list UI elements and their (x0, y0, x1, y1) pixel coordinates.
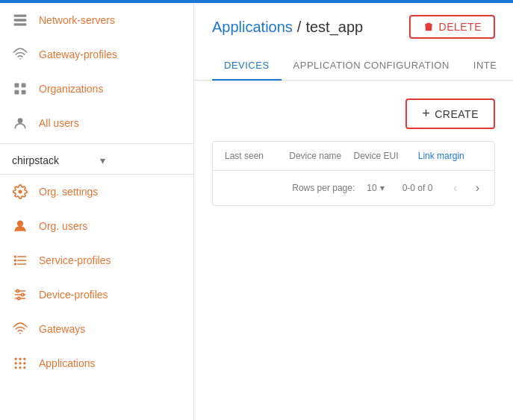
create-plus-icon: + (422, 106, 430, 122)
svg-point-30 (15, 366, 17, 369)
chevron-down-icon: ▾ (100, 154, 182, 166)
wifi-org-icon (12, 321, 28, 337)
sidebar-divider (0, 143, 193, 144)
org-name: chirpstack (12, 154, 94, 166)
col-device-eui: Device EUI (354, 151, 418, 161)
svg-point-11 (18, 221, 23, 226)
servers-icon (12, 12, 28, 28)
sidebar-label-gateways: Gateways (39, 323, 85, 335)
rows-per-page-value: 10 (367, 183, 376, 193)
svg-rect-7 (22, 84, 26, 88)
sidebar-label-org-users: Org. users (39, 220, 87, 232)
sidebar-item-network-servers[interactable]: Network-servers (0, 3, 193, 37)
grid-icon (12, 81, 28, 97)
table-header-row: Last seen Device name Device EUI Link ma… (213, 142, 494, 171)
svg-point-26 (23, 358, 25, 360)
tabs-bar: DEVICES APPLICATION CONFIGURATION INTE (194, 51, 513, 81)
breadcrumb-applications-link[interactable]: Applications (212, 19, 293, 36)
org-selector[interactable]: chirpstack ▾ (0, 147, 193, 175)
page-info: 0-0 of 0 (402, 183, 433, 193)
svg-rect-9 (22, 90, 26, 95)
sidebar-label-org-settings: Org. settings (39, 186, 98, 198)
svg-point-31 (19, 366, 21, 369)
table-footer: Rows per page: 10 ▾ 0-0 of 0 ‹ › (213, 171, 494, 205)
main-body: + CREATE Last seen Device name Device EU… (194, 81, 513, 420)
next-page-button[interactable]: › (473, 178, 482, 198)
sidebar-item-applications[interactable]: Applications (0, 346, 193, 380)
person-icon (12, 218, 28, 234)
svg-rect-6 (15, 84, 19, 88)
sidebar-label-service-profiles: Service-profiles (39, 254, 111, 266)
rows-per-page-select[interactable]: 10 ▾ (367, 183, 384, 193)
svg-point-24 (15, 358, 17, 360)
svg-rect-8 (15, 90, 19, 95)
svg-point-17 (15, 263, 16, 265)
svg-point-3 (24, 15, 25, 16)
list-icon (12, 252, 28, 269)
sidebar-item-org-settings[interactable]: Org. settings (0, 175, 193, 209)
sliders-icon (12, 286, 28, 303)
col-link-margin: Link margin (418, 151, 482, 161)
svg-point-10 (18, 118, 23, 123)
sidebar-label-network-servers: Network-servers (39, 14, 115, 26)
sidebar-item-gateways[interactable]: Gateways (0, 312, 193, 346)
trash-icon (423, 21, 435, 33)
svg-point-16 (15, 260, 16, 261)
svg-point-21 (16, 289, 19, 292)
svg-point-4 (24, 19, 25, 21)
sidebar: Network-servers Gateway-profiles Organiz… (0, 3, 194, 420)
delete-button-label: DELETE (439, 21, 482, 33)
sidebar-item-service-profiles[interactable]: Service-profiles (0, 243, 193, 278)
gear-icon (12, 184, 28, 200)
sidebar-item-all-users[interactable]: All users (0, 106, 193, 140)
rows-dropdown-icon: ▾ (380, 183, 385, 193)
svg-point-5 (24, 24, 25, 25)
layout: Network-servers Gateway-profiles Organiz… (0, 3, 513, 420)
rows-per-page-label: Rows per page: (292, 183, 355, 193)
tab-app-config[interactable]: APPLICATION CONFIGURATION (282, 51, 461, 80)
svg-point-27 (15, 362, 17, 364)
main-content: Applications / test_app DELETE DEVICES A… (194, 3, 513, 420)
delete-button[interactable]: DELETE (409, 15, 495, 39)
tab-devices[interactable]: DEVICES (212, 51, 282, 80)
svg-point-15 (15, 256, 16, 257)
user-icon (12, 115, 28, 131)
devices-table: Last seen Device name Device EUI Link ma… (212, 141, 495, 206)
prev-page-button[interactable]: ‹ (450, 178, 460, 198)
svg-point-23 (18, 297, 20, 299)
col-last-seen: Last seen (225, 151, 289, 161)
sidebar-label-all-users: All users (39, 117, 79, 129)
page-header: Applications / test_app DELETE (194, 3, 513, 39)
svg-point-28 (19, 362, 21, 364)
sidebar-item-gateway-profiles[interactable]: Gateway-profiles (0, 37, 193, 72)
create-button-label: CREATE (435, 108, 479, 120)
sidebar-item-org-users[interactable]: Org. users (0, 209, 193, 243)
sidebar-label-device-profiles: Device-profiles (39, 289, 108, 301)
apps-icon (12, 355, 28, 372)
wifi-icon (12, 46, 28, 63)
sidebar-label-applications: Applications (39, 357, 96, 369)
create-button[interactable]: + CREATE (405, 98, 495, 129)
col-device-name: Device name (289, 151, 353, 161)
svg-point-25 (19, 358, 21, 360)
sidebar-label-gateway-profiles: Gateway-profiles (39, 48, 117, 60)
tab-integrations[interactable]: INTE (461, 51, 509, 80)
sidebar-label-organizations: Organizations (39, 83, 103, 95)
sidebar-item-organizations[interactable]: Organizations (0, 72, 193, 106)
breadcrumb-current: test_app (305, 19, 363, 36)
breadcrumb-separator: / (297, 19, 302, 36)
breadcrumb: Applications / test_app (212, 19, 363, 36)
svg-point-29 (23, 362, 25, 364)
sidebar-item-device-profiles[interactable]: Device-profiles (0, 278, 193, 312)
svg-point-22 (22, 293, 24, 295)
svg-point-32 (23, 366, 25, 369)
